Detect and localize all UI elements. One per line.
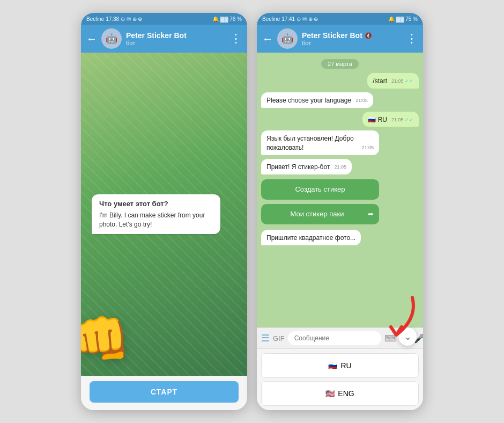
bubble-lang-set: Язык был установлен! Добро пожаловать! 2… xyxy=(261,130,379,155)
btn-my-stickers[interactable]: Мои стикер паки ➦ xyxy=(261,204,379,224)
green-btn-row: Создать стикер Мои стикер паки ➦ xyxy=(261,179,419,227)
left-chat-header: ← 🤖 Peter Sticker Bot бот ⋮ xyxy=(81,25,247,53)
right-status-bar: Beeline 17:41 ⊙ ✉ ⊕ ⊕ 🔔 ▓▓ 75 % xyxy=(257,13,423,25)
menu-icon-input[interactable]: ☰ xyxy=(261,332,270,344)
avatar-placeholder: 🤖 xyxy=(101,28,122,49)
eng-flag: 🇺🇸 xyxy=(325,389,335,398)
btn-create-sticker[interactable]: Создать стикер xyxy=(261,179,379,200)
msg-choose-lang: Please choose your language 21:05 xyxy=(261,92,419,108)
msg-lang-set: Язык был установлен! Добро пожаловать! 2… xyxy=(261,130,419,155)
bubble-hello: Привет! Я стикер-бот 21:05 xyxy=(261,159,352,174)
info-bubble: Что умеет этот бот? I'm Billy. I can mak… xyxy=(92,194,220,235)
left-status-bar: Beeline 17:38 ⊙ ✉ ⊕ ⊕ 🔔 ▓▓ 76 % xyxy=(81,13,247,25)
time-hello: 21:05 xyxy=(334,164,346,171)
check-icon: ✓✓ xyxy=(405,78,413,84)
right-chat-header: ← 🤖 Peter Sticker Bot 🔇 бот ⋮ xyxy=(257,25,423,53)
header-info: Peter Sticker Bot бот xyxy=(126,31,226,46)
right-phone: Beeline 17:41 ⊙ ✉ ⊕ ⊕ 🔔 ▓▓ 75 % ← 🤖 Pete… xyxy=(257,13,423,410)
phones-container: Beeline 17:38 ⊙ ✉ ⊕ ⊕ 🔔 ▓▓ 76 % ← 🤖 Pete… xyxy=(70,2,434,421)
right-avatar-placeholder: 🤖 xyxy=(277,28,298,49)
bot-name: Peter Sticker Bot xyxy=(126,31,226,40)
check-ru-icon: ✓✓ xyxy=(405,117,413,122)
right-status-icons: 🔔 ▓▓ 75 % xyxy=(388,16,418,22)
bubble-title: Что умеет этот бот? xyxy=(99,200,213,208)
left-status-icons: 🔔 ▓▓ 76 % xyxy=(212,16,242,22)
right-back-button[interactable]: ← xyxy=(262,33,273,45)
lang-option-ru[interactable]: 🇷🇺 RU xyxy=(261,353,419,378)
msg-send-photo: Пришлите квадратное фото... xyxy=(261,230,419,245)
date-badge: 27 марта xyxy=(321,59,359,69)
bubble-choose-lang: Please choose your language 21:05 xyxy=(261,92,373,108)
gif-icon[interactable]: GIF xyxy=(273,334,285,342)
right-bot-sub: бот xyxy=(302,40,402,46)
right-chat-area: 27 марта /start 21:05 ✓✓ Please choose y… xyxy=(257,53,423,327)
red-arrow xyxy=(364,292,423,356)
bubble-start: /start 21:05 ✓✓ xyxy=(367,73,419,89)
bubble-send-photo: Пришлите квадратное фото... xyxy=(261,230,361,245)
eng-label: ENG xyxy=(338,389,354,398)
lang-option-eng[interactable]: 🇺🇸 ENG xyxy=(261,381,419,406)
share-icon: ➦ xyxy=(368,209,374,219)
avatar: 🤖 xyxy=(101,28,122,49)
back-button[interactable]: ← xyxy=(86,33,97,45)
msg-hello: Привет! Я стикер-бот 21:05 xyxy=(261,159,419,174)
msg-start: /start 21:05 ✓✓ xyxy=(261,73,419,89)
right-avatar: 🤖 xyxy=(277,28,298,49)
right-header-info: Peter Sticker Bot 🔇 бот xyxy=(302,31,402,46)
msg-ru: 🇷🇺 RU 21:05 ✓✓ xyxy=(261,112,419,127)
time-ru: 21:05 ✓✓ xyxy=(391,116,413,123)
menu-icon[interactable]: ⋮ xyxy=(230,32,242,46)
phone-bottom: СТАРТ xyxy=(81,376,247,410)
speaker-icon: 🔇 xyxy=(365,32,372,39)
ru-label: RU xyxy=(340,361,351,370)
start-button[interactable]: СТАРТ xyxy=(90,381,239,403)
time-start: 21:05 ✓✓ xyxy=(391,78,413,85)
bubble-body: I'm Billy. I can make sticker from your … xyxy=(99,211,213,229)
bubble-ru: 🇷🇺 RU 21:05 ✓✓ xyxy=(362,112,419,127)
fist-emoji: 👊 xyxy=(81,311,130,367)
bot-sub: бот xyxy=(126,40,226,46)
lang-panel: 🇷🇺 RU 🇺🇸 ENG xyxy=(257,348,423,410)
time-choose-lang: 21:05 xyxy=(355,97,368,104)
right-carrier-time: Beeline 17:41 ⊙ ✉ ⊕ ⊕ xyxy=(262,16,318,22)
ru-flag: 🇷🇺 xyxy=(328,361,337,370)
right-bot-name: Peter Sticker Bot 🔇 xyxy=(302,31,402,40)
left-phone: Beeline 17:38 ⊙ ✉ ⊕ ⊕ 🔔 ▓▓ 76 % ← 🤖 Pete… xyxy=(81,13,247,410)
left-carrier-time: Beeline 17:38 ⊙ ✉ ⊕ ⊕ xyxy=(86,16,142,22)
time-lang-set: 21:05 xyxy=(361,144,374,151)
right-menu-icon[interactable]: ⋮ xyxy=(406,32,418,46)
